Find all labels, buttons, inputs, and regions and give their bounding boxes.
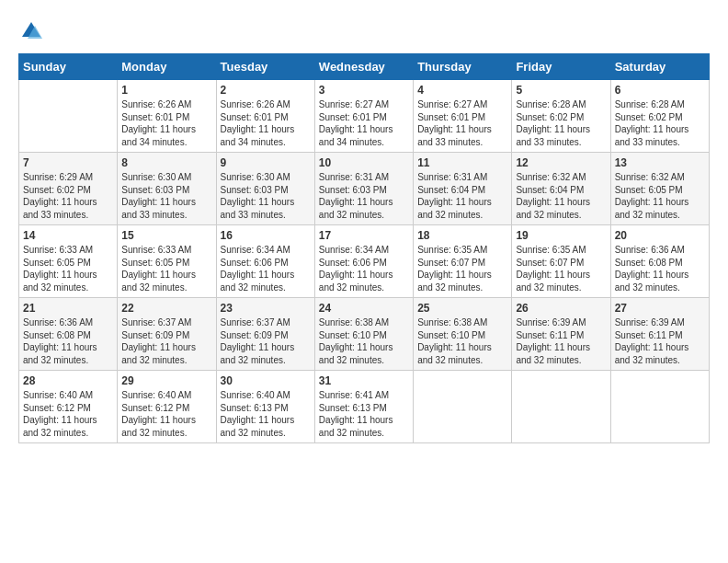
calendar-week-row: 14Sunrise: 6:33 AM Sunset: 6:05 PM Dayli… xyxy=(19,225,710,298)
day-number: 25 xyxy=(417,302,507,315)
day-number: 2 xyxy=(221,84,311,97)
day-number: 7 xyxy=(23,156,113,169)
day-number: 19 xyxy=(516,229,606,242)
day-info: Sunrise: 6:31 AM Sunset: 6:03 PM Dayligh… xyxy=(319,171,409,221)
day-info: Sunrise: 6:37 AM Sunset: 6:09 PM Dayligh… xyxy=(221,316,311,366)
day-info: Sunrise: 6:30 AM Sunset: 6:03 PM Dayligh… xyxy=(221,171,311,221)
day-number: 11 xyxy=(417,156,507,169)
day-number: 1 xyxy=(121,84,211,97)
day-number: 22 xyxy=(121,302,211,315)
day-number: 18 xyxy=(417,229,507,242)
day-info: Sunrise: 6:39 AM Sunset: 6:11 PM Dayligh… xyxy=(615,316,705,366)
day-number: 27 xyxy=(615,302,705,315)
day-info: Sunrise: 6:35 AM Sunset: 6:07 PM Dayligh… xyxy=(516,244,606,293)
calendar-day-cell: 4Sunrise: 6:27 AM Sunset: 6:01 PM Daylig… xyxy=(414,80,512,153)
calendar-day-cell: 10Sunrise: 6:31 AM Sunset: 6:03 PM Dayli… xyxy=(314,153,413,225)
day-info: Sunrise: 6:36 AM Sunset: 6:08 PM Dayligh… xyxy=(23,316,113,366)
day-number: 12 xyxy=(516,156,606,169)
calendar-day-cell: 3Sunrise: 6:27 AM Sunset: 6:01 PM Daylig… xyxy=(314,80,413,153)
day-number: 21 xyxy=(23,302,113,315)
day-info: Sunrise: 6:32 AM Sunset: 6:04 PM Dayligh… xyxy=(516,171,606,221)
calendar-day-cell xyxy=(414,371,512,443)
day-info: Sunrise: 6:26 AM Sunset: 6:01 PM Dayligh… xyxy=(121,98,211,148)
day-number: 6 xyxy=(615,84,705,97)
calendar-day-cell: 18Sunrise: 6:35 AM Sunset: 6:07 PM Dayli… xyxy=(414,225,512,298)
logo xyxy=(18,18,48,44)
calendar-day-cell: 2Sunrise: 6:26 AM Sunset: 6:01 PM Daylig… xyxy=(216,80,314,153)
day-number: 17 xyxy=(319,229,409,242)
day-info: Sunrise: 6:30 AM Sunset: 6:03 PM Dayligh… xyxy=(121,171,211,221)
calendar-day-cell: 31Sunrise: 6:41 AM Sunset: 6:13 PM Dayli… xyxy=(314,371,413,443)
weekday-header: Sunday xyxy=(19,54,118,80)
day-info: Sunrise: 6:26 AM Sunset: 6:01 PM Dayligh… xyxy=(221,98,311,148)
calendar-day-cell: 15Sunrise: 6:33 AM Sunset: 6:05 PM Dayli… xyxy=(118,225,216,298)
day-info: Sunrise: 6:28 AM Sunset: 6:02 PM Dayligh… xyxy=(516,98,606,148)
calendar-day-cell xyxy=(19,80,118,153)
day-number: 26 xyxy=(516,302,606,315)
calendar-day-cell: 21Sunrise: 6:36 AM Sunset: 6:08 PM Dayli… xyxy=(19,298,118,371)
day-info: Sunrise: 6:34 AM Sunset: 6:06 PM Dayligh… xyxy=(221,244,311,293)
calendar-day-cell: 28Sunrise: 6:40 AM Sunset: 6:12 PM Dayli… xyxy=(19,371,118,443)
day-number: 24 xyxy=(319,302,409,315)
calendar-day-cell: 30Sunrise: 6:40 AM Sunset: 6:13 PM Dayli… xyxy=(216,371,314,443)
day-info: Sunrise: 6:38 AM Sunset: 6:10 PM Dayligh… xyxy=(417,316,507,366)
calendar-header-row: SundayMondayTuesdayWednesdayThursdayFrid… xyxy=(19,54,710,80)
calendar-day-cell: 5Sunrise: 6:28 AM Sunset: 6:02 PM Daylig… xyxy=(512,80,610,153)
calendar-week-row: 1Sunrise: 6:26 AM Sunset: 6:01 PM Daylig… xyxy=(19,80,710,153)
calendar-table: SundayMondayTuesdayWednesdayThursdayFrid… xyxy=(18,53,710,443)
day-number: 31 xyxy=(319,374,409,387)
day-info: Sunrise: 6:36 AM Sunset: 6:08 PM Dayligh… xyxy=(615,244,705,293)
calendar-day-cell: 23Sunrise: 6:37 AM Sunset: 6:09 PM Dayli… xyxy=(216,298,314,371)
calendar-day-cell: 22Sunrise: 6:37 AM Sunset: 6:09 PM Dayli… xyxy=(118,298,216,371)
day-number: 15 xyxy=(121,229,211,242)
calendar-day-cell: 16Sunrise: 6:34 AM Sunset: 6:06 PM Dayli… xyxy=(216,225,314,298)
day-info: Sunrise: 6:39 AM Sunset: 6:11 PM Dayligh… xyxy=(516,316,606,366)
day-number: 5 xyxy=(516,84,606,97)
calendar-day-cell: 6Sunrise: 6:28 AM Sunset: 6:02 PM Daylig… xyxy=(610,80,709,153)
calendar-day-cell: 12Sunrise: 6:32 AM Sunset: 6:04 PM Dayli… xyxy=(512,153,610,225)
day-number: 16 xyxy=(221,229,311,242)
day-number: 4 xyxy=(417,84,507,97)
weekday-header: Wednesday xyxy=(314,54,413,80)
calendar-week-row: 28Sunrise: 6:40 AM Sunset: 6:12 PM Dayli… xyxy=(19,371,710,443)
day-info: Sunrise: 6:35 AM Sunset: 6:07 PM Dayligh… xyxy=(417,244,507,293)
day-info: Sunrise: 6:40 AM Sunset: 6:12 PM Dayligh… xyxy=(23,389,113,439)
calendar-week-row: 7Sunrise: 6:29 AM Sunset: 6:02 PM Daylig… xyxy=(19,153,710,225)
calendar-day-cell: 24Sunrise: 6:38 AM Sunset: 6:10 PM Dayli… xyxy=(314,298,413,371)
calendar-day-cell: 13Sunrise: 6:32 AM Sunset: 6:05 PM Dayli… xyxy=(610,153,709,225)
day-number: 20 xyxy=(615,229,705,242)
logo-icon xyxy=(18,18,44,44)
calendar-day-cell: 7Sunrise: 6:29 AM Sunset: 6:02 PM Daylig… xyxy=(19,153,118,225)
calendar-day-cell: 19Sunrise: 6:35 AM Sunset: 6:07 PM Dayli… xyxy=(512,225,610,298)
day-info: Sunrise: 6:41 AM Sunset: 6:13 PM Dayligh… xyxy=(319,389,409,439)
calendar-day-cell: 1Sunrise: 6:26 AM Sunset: 6:01 PM Daylig… xyxy=(118,80,216,153)
day-info: Sunrise: 6:32 AM Sunset: 6:05 PM Dayligh… xyxy=(615,171,705,221)
weekday-header: Thursday xyxy=(414,54,512,80)
calendar-day-cell xyxy=(512,371,610,443)
day-info: Sunrise: 6:33 AM Sunset: 6:05 PM Dayligh… xyxy=(121,244,211,293)
day-info: Sunrise: 6:27 AM Sunset: 6:01 PM Dayligh… xyxy=(417,98,507,148)
day-number: 3 xyxy=(319,84,409,97)
calendar-day-cell: 25Sunrise: 6:38 AM Sunset: 6:10 PM Dayli… xyxy=(414,298,512,371)
day-number: 29 xyxy=(121,374,211,387)
day-info: Sunrise: 6:29 AM Sunset: 6:02 PM Dayligh… xyxy=(23,171,113,221)
day-number: 10 xyxy=(319,156,409,169)
day-info: Sunrise: 6:33 AM Sunset: 6:05 PM Dayligh… xyxy=(23,244,113,293)
day-number: 9 xyxy=(221,156,311,169)
calendar-day-cell: 20Sunrise: 6:36 AM Sunset: 6:08 PM Dayli… xyxy=(610,225,709,298)
day-number: 23 xyxy=(221,302,311,315)
day-info: Sunrise: 6:27 AM Sunset: 6:01 PM Dayligh… xyxy=(319,98,409,148)
calendar-day-cell: 11Sunrise: 6:31 AM Sunset: 6:04 PM Dayli… xyxy=(414,153,512,225)
calendar-week-row: 21Sunrise: 6:36 AM Sunset: 6:08 PM Dayli… xyxy=(19,298,710,371)
day-info: Sunrise: 6:31 AM Sunset: 6:04 PM Dayligh… xyxy=(417,171,507,221)
weekday-header: Saturday xyxy=(610,54,709,80)
day-number: 30 xyxy=(221,374,311,387)
calendar-day-cell: 9Sunrise: 6:30 AM Sunset: 6:03 PM Daylig… xyxy=(216,153,314,225)
day-info: Sunrise: 6:28 AM Sunset: 6:02 PM Dayligh… xyxy=(615,98,705,148)
calendar-day-cell: 26Sunrise: 6:39 AM Sunset: 6:11 PM Dayli… xyxy=(512,298,610,371)
calendar-day-cell: 17Sunrise: 6:34 AM Sunset: 6:06 PM Dayli… xyxy=(314,225,413,298)
calendar-day-cell xyxy=(610,371,709,443)
day-info: Sunrise: 6:40 AM Sunset: 6:12 PM Dayligh… xyxy=(121,389,211,439)
calendar-day-cell: 8Sunrise: 6:30 AM Sunset: 6:03 PM Daylig… xyxy=(118,153,216,225)
calendar-day-cell: 29Sunrise: 6:40 AM Sunset: 6:12 PM Dayli… xyxy=(118,371,216,443)
